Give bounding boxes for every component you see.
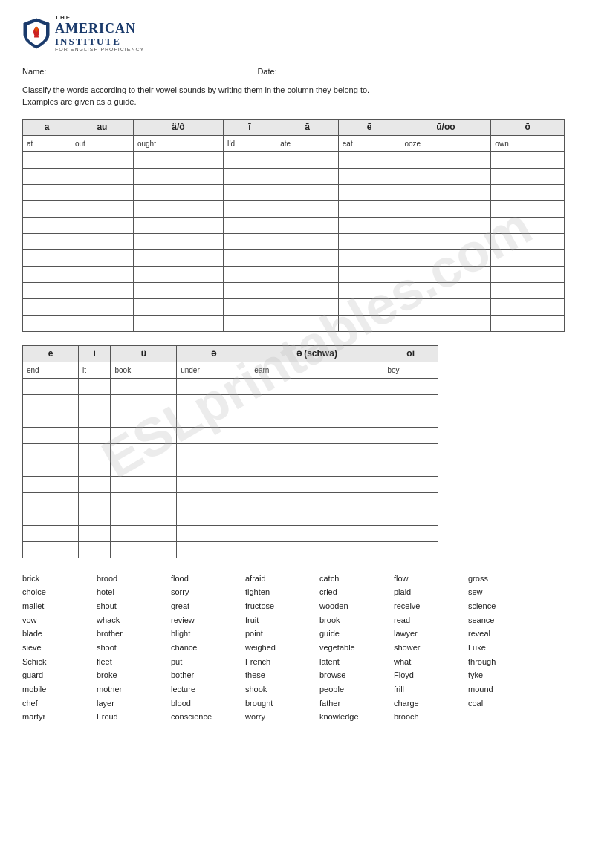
ex2-boy: boy	[383, 362, 438, 378]
table1-row-4	[23, 200, 565, 217]
ex-out: out	[71, 135, 133, 151]
word-item-0-4: blade	[22, 627, 89, 641]
table2-col-u: ü	[111, 345, 177, 362]
word-item-4-3: brook	[319, 613, 386, 627]
ex2-it: it	[79, 362, 111, 378]
word-item-2-8: lecture	[171, 682, 238, 696]
table1-row-7	[23, 249, 565, 266]
ex-ooze: ooze	[400, 135, 491, 151]
word-item-6-4: reveal	[468, 627, 535, 641]
name-date-row: Name: Date:	[22, 66, 588, 76]
word-item-1-6: fleet	[97, 655, 163, 669]
word-item-6-6: through	[468, 655, 535, 669]
table2-row-9	[23, 509, 438, 525]
instruction-line-1: Classify the words according to their vo…	[22, 84, 588, 97]
word-item-5-7: Floyd	[394, 668, 461, 682]
logo-institute: INSTITUTE	[55, 36, 144, 47]
logo-american: AMERICAN	[55, 22, 144, 36]
table1-col-uoo: ū/oo	[400, 119, 491, 135]
table2-row-11	[23, 541, 438, 558]
word-item-4-9: father	[319, 696, 386, 711]
word-item-3-10: worry	[245, 710, 312, 724]
word-item-3-3: fruit	[245, 613, 312, 627]
word-item-6-8: mound	[468, 682, 535, 696]
word-item-3-0: afraid	[245, 572, 312, 586]
word-item-2-6: put	[171, 655, 238, 669]
table2-wrapper: e i ü ə ə (schwa) oi end it book under e…	[22, 345, 588, 558]
table1-col-ao: ä/ô	[133, 119, 223, 135]
logo: THE AMERICAN INSTITUTE FOR ENGLISH PROFI…	[22, 15, 144, 53]
word-item-2-9: blood	[171, 696, 238, 711]
word-col-2: floodsorrygreatreviewblightchanceputboth…	[171, 572, 238, 725]
table1-header-row: a au ä/ô ī ā ē ū/oo ō	[23, 119, 565, 135]
table2-col-oi: oi	[383, 345, 438, 362]
word-item-3-8: shook	[245, 682, 312, 696]
ex2-end: end	[23, 362, 79, 378]
table1-col-a: a	[23, 119, 71, 135]
ex-id: I'd	[223, 135, 276, 151]
word-item-3-2: fructose	[245, 599, 312, 613]
table1-row-9	[23, 282, 565, 298]
logo-shield-icon	[22, 17, 51, 50]
word-item-5-6: what	[394, 655, 461, 669]
word-item-4-10: knowledge	[319, 710, 386, 724]
word-item-2-4: blight	[171, 627, 238, 641]
word-item-5-4: lawyer	[394, 627, 461, 641]
word-item-2-2: great	[171, 599, 238, 613]
word-col-0: brickchoicemalletvowbladesieveSchickguar…	[22, 572, 89, 725]
ex-own: own	[491, 135, 565, 151]
table2-row-2	[23, 394, 438, 411]
word-item-2-7: bother	[171, 668, 238, 682]
table1-row-10	[23, 298, 565, 315]
table1-example-row: at out ought I'd ate eat ooze own	[23, 135, 565, 151]
word-item-5-3: read	[394, 613, 461, 627]
word-item-0-0: brick	[22, 572, 89, 586]
word-item-4-4: guide	[319, 627, 386, 641]
word-item-1-2: shout	[97, 599, 163, 613]
word-item-6-2: science	[468, 599, 535, 613]
word-item-5-10: brooch	[394, 710, 461, 724]
table1-row-5	[23, 217, 565, 233]
table1-col-aa: ā	[276, 119, 339, 135]
word-item-5-1: plaid	[394, 585, 461, 599]
word-item-0-2: mallet	[22, 599, 89, 613]
word-item-2-0: flood	[171, 572, 238, 586]
word-item-6-7: tyke	[468, 668, 535, 682]
word-item-2-10: conscience	[171, 710, 238, 724]
word-item-5-0: flow	[394, 572, 461, 586]
svg-rect-1	[36, 32, 37, 37]
table1-col-i: ī	[223, 119, 276, 135]
word-item-3-7: these	[245, 668, 312, 682]
ex2-book: book	[111, 362, 177, 378]
word-item-5-9: charge	[394, 696, 461, 711]
word-col-1: broodhotelshoutwhackbrothershootfleetbro…	[97, 572, 163, 725]
word-item-4-5: vegetable	[319, 641, 386, 655]
name-input[interactable]	[49, 66, 212, 76]
word-item-0-10: martyr	[22, 710, 89, 724]
table2-row-4	[23, 427, 438, 443]
table1-col-o: ō	[491, 119, 565, 135]
word-item-4-6: latent	[319, 655, 386, 669]
word-item-2-3: review	[171, 613, 238, 627]
table2-row-6	[23, 460, 438, 476]
date-input[interactable]	[280, 66, 369, 76]
word-item-4-7: browse	[319, 668, 386, 682]
word-item-3-5: weighed	[245, 641, 312, 655]
table1: a au ä/ô ī ā ē ū/oo ō at out ought I'd a…	[22, 119, 565, 332]
word-item-6-3: seance	[468, 613, 535, 627]
word-item-5-2: receive	[394, 599, 461, 613]
table2-row-8	[23, 492, 438, 509]
word-col-6: grosssewscienceseancerevealLukethroughty…	[468, 572, 535, 725]
table1-row-11	[23, 315, 565, 331]
word-item-5-5: shower	[394, 641, 461, 655]
word-list: brickchoicemalletvowbladesieveSchickguar…	[22, 572, 588, 725]
word-item-3-6: French	[245, 655, 312, 669]
word-item-1-5: shoot	[97, 641, 163, 655]
ex-ought: ought	[133, 135, 223, 151]
word-item-0-5: sieve	[22, 641, 89, 655]
instructions: Classify the words according to their vo…	[22, 84, 588, 108]
table2-row-1	[23, 378, 438, 394]
word-item-1-0: brood	[97, 572, 163, 586]
table1-row-8	[23, 266, 565, 282]
table2-header-row: e i ü ə ə (schwa) oi	[23, 345, 438, 362]
